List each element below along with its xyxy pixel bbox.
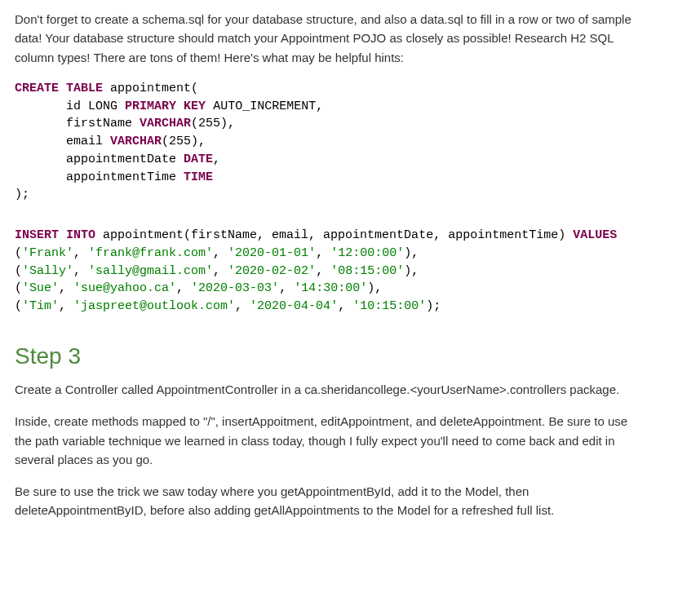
row-val: '2020-03-03' (191, 281, 279, 295)
row-val: '2020-04-04' (250, 299, 338, 313)
col-apptdate-name: appointmentDate (66, 152, 176, 166)
paren: ) (191, 135, 198, 148)
step3-paragraph-2: Inside, create methods mapped to "/", in… (15, 412, 635, 469)
row-val: 'frank@frank.com' (88, 246, 213, 260)
kw-varchar-1: VARCHAR (140, 117, 191, 130)
row-open: ( (15, 246, 22, 260)
schema-table-name: appointment (110, 82, 191, 95)
row-val: '2020-02-02' (228, 264, 316, 278)
row-val: '14:30:00' (294, 281, 367, 295)
row-val: '10:15:00' (352, 299, 426, 313)
col-email-size: 255 (169, 135, 191, 148)
comma: , (279, 281, 294, 295)
row-close: ), (367, 281, 382, 295)
comma: , (316, 264, 330, 278)
comma: , (73, 264, 88, 278)
col-id-name: id (66, 99, 81, 113)
row-val: '08:15:00' (330, 264, 404, 278)
col-firstname-size: 255 (198, 117, 220, 130)
comma: , (59, 281, 73, 295)
comma: , (213, 246, 228, 260)
comma: , (176, 281, 191, 295)
kw-primary-key: PRIMARY KEY (125, 99, 206, 113)
comma: , (316, 246, 330, 260)
kw-create-table: CREATE TABLE (15, 82, 103, 95)
document-page: Don't forget to create a schema.sql for … (0, 0, 649, 558)
kw-date: DATE (184, 152, 213, 166)
step3-paragraph-3: Be sure to use the trick we saw today wh… (15, 482, 635, 520)
step3-paragraph-1: Create a Controller called AppointmentCo… (15, 380, 635, 399)
kw-auto-increment: AUTO_INCREMENT (213, 99, 316, 113)
row-close: ); (426, 299, 441, 313)
row-val: 'sally@gmail.com' (88, 264, 213, 278)
row-val: '2020-01-01' (228, 246, 316, 260)
row-val: '12:00:00' (330, 246, 404, 260)
kw-varchar-2: VARCHAR (110, 135, 162, 148)
row-open: ( (15, 281, 22, 295)
open-paren: ( (191, 82, 198, 95)
row-close: ), (404, 264, 419, 278)
paren: ( (162, 135, 169, 148)
step3-heading: Step 3 (15, 338, 635, 373)
comma: , (235, 299, 250, 313)
close-paren: ); (15, 188, 29, 201)
kw-time: TIME (184, 170, 213, 184)
col-appttime-name: appointmentTime (66, 170, 176, 184)
row-val: 'jaspreet@outlook.com' (73, 299, 235, 313)
col-email-name: email (66, 135, 103, 148)
comma: , (338, 299, 352, 313)
row-val: 'sue@yahoo.ca' (73, 281, 176, 295)
col-id-type: LONG (88, 99, 117, 113)
paren: ) (220, 117, 228, 130)
comma: , (73, 246, 88, 260)
row-open: ( (15, 264, 22, 278)
data-sql-code: INSERT INTO appointment(firstName, email… (15, 227, 635, 316)
intro-paragraph: Don't forget to create a schema.sql for … (15, 10, 635, 67)
row-val: 'Sue' (22, 281, 59, 295)
row-val: 'Frank' (22, 246, 73, 260)
comma: , (213, 264, 228, 278)
row-close: ), (404, 246, 419, 260)
kw-insert-into: INSERT INTO (15, 228, 95, 242)
insert-columns: (firstName, email, appointmentDate, appo… (184, 228, 565, 242)
kw-values: VALUES (573, 228, 617, 242)
comma: , (59, 299, 73, 313)
row-val: 'Tim' (22, 299, 59, 313)
schema-sql-code: CREATE TABLE appointment( id LONG PRIMAR… (15, 80, 635, 204)
row-open: ( (15, 299, 22, 313)
paren: ( (191, 117, 198, 130)
row-val: 'Sally' (22, 264, 73, 278)
insert-table-name: appointment (103, 228, 184, 242)
col-firstname-name: firstName (66, 117, 132, 130)
